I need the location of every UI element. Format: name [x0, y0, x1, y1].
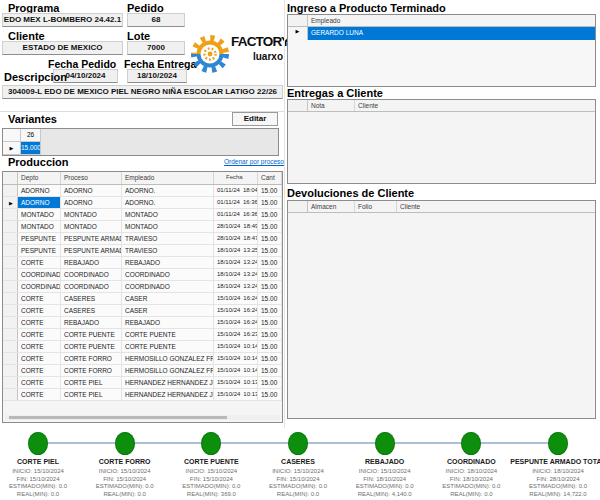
- row-selector-cell[interactable]: [3, 221, 18, 232]
- produccion-cell[interactable]: 15.00: [258, 221, 282, 232]
- produccion-cell[interactable]: COORDINADO: [122, 269, 214, 280]
- produccion-cell[interactable]: 01/11/24 18:04: [214, 185, 258, 196]
- variantes-row-selector[interactable]: ▶: [3, 142, 21, 155]
- column-header-cant[interactable]: Cant: [258, 172, 282, 184]
- pedido-field[interactable]: 68: [127, 13, 185, 27]
- row-selector-cell[interactable]: [3, 209, 18, 220]
- produccion-cell[interactable]: CASER: [122, 293, 214, 304]
- produccion-cell[interactable]: PESPUNTE: [18, 245, 61, 256]
- row-selector-cell[interactable]: [3, 305, 18, 316]
- ingreso-row[interactable]: ▶GERARDO LUNA: [288, 27, 595, 40]
- produccion-row[interactable]: COORDINADOCOORDINADOCOORDINADO18/10/24 1…: [3, 269, 282, 281]
- row-selector-cell[interactable]: [3, 353, 18, 364]
- produccion-cell[interactable]: 15/10/24 10:14: [214, 341, 258, 352]
- produccion-cell[interactable]: ADORNO: [61, 185, 122, 196]
- produccion-row[interactable]: CORTECORTE PIELHERNANDEZ HERNANDEZ JOSE …: [3, 377, 282, 389]
- produccion-cell[interactable]: CORTE: [18, 293, 61, 304]
- produccion-cell[interactable]: CORTE: [18, 257, 61, 268]
- produccion-cell[interactable]: 01/11/24 16:36: [214, 209, 258, 220]
- produccion-cell[interactable]: CORTE: [18, 353, 61, 364]
- produccion-cell[interactable]: 01/11/24 16:36: [214, 197, 258, 208]
- produccion-cell[interactable]: 15.00: [258, 317, 282, 328]
- lote-field[interactable]: 7000: [127, 41, 185, 55]
- produccion-cell[interactable]: COORDINADO: [61, 269, 122, 280]
- produccion-cell[interactable]: ADORNO.: [122, 185, 214, 196]
- devoluciones-grid[interactable]: Almacen Folio Cliente: [287, 200, 596, 419]
- produccion-cell[interactable]: 15.00: [258, 233, 282, 244]
- column-header-proceso[interactable]: Proceso: [61, 172, 122, 184]
- produccion-row[interactable]: CORTECORTE FORROHERMOSILLO GONZALEZ FRAN…: [3, 353, 282, 365]
- produccion-cell[interactable]: CORTE: [18, 365, 61, 376]
- produccion-cell[interactable]: 28/10/24 18:47: [214, 233, 258, 244]
- produccion-row[interactable]: CORTECORTE PIELHERNANDEZ HERNANDEZ JOSE …: [3, 389, 282, 401]
- produccion-cell[interactable]: 15/10/24 10:13: [214, 377, 258, 388]
- produccion-cell[interactable]: MONTADO: [18, 221, 61, 232]
- produccion-cell[interactable]: 15.00: [258, 341, 282, 352]
- row-selector-cell[interactable]: [3, 185, 18, 196]
- produccion-cell[interactable]: PESPUNTE ARMADO TOTAL: [61, 233, 122, 244]
- produccion-row[interactable]: ▶ADORNOADORNOADORNO.01/11/24 16:3615.00: [3, 197, 282, 209]
- produccion-cell[interactable]: 15.00: [258, 197, 282, 208]
- produccion-row[interactable]: MONTADOMONTADOMONTADO28/10/24 18:4915.00: [3, 221, 282, 233]
- row-selector-cell[interactable]: ▶: [3, 197, 18, 208]
- row-selector-cell[interactable]: [3, 257, 18, 268]
- produccion-cell[interactable]: CORTE: [18, 317, 61, 328]
- produccion-row[interactable]: CORTEREBAJADOREBAJADO15/10/24 16:2415.00: [3, 317, 282, 329]
- row-selector-cell[interactable]: [3, 341, 18, 352]
- row-selector-cell[interactable]: [3, 281, 18, 292]
- column-header-folio[interactable]: Folio: [355, 201, 397, 212]
- produccion-cell[interactable]: ADORNO: [18, 185, 61, 196]
- produccion-row[interactable]: CORTECASERESCASER15/10/24 16:2415.00: [3, 305, 282, 317]
- produccion-row[interactable]: PESPUNTEPESPUNTE ARMADO TOTALTRAVIESO28/…: [3, 233, 282, 245]
- produccion-cell[interactable]: 15/10/24 10:14: [214, 353, 258, 364]
- produccion-row[interactable]: CORTECORTE PUENTECORTE PUENTE15/10/24 10…: [3, 341, 282, 353]
- row-selector-cell[interactable]: [3, 329, 18, 340]
- produccion-cell[interactable]: 18/10/24 13:24: [214, 269, 258, 280]
- programa-field[interactable]: EDO MEX L-BOMBERO 24.42.1: [2, 13, 123, 27]
- produccion-cell[interactable]: PESPUNTE ARMADO TOTAL: [61, 245, 122, 256]
- produccion-row[interactable]: CORTEREBAJADOREBAJADO18/10/24 13:2415.00: [3, 257, 282, 269]
- column-header-nota[interactable]: Nota: [308, 100, 355, 111]
- row-selector-cell[interactable]: [3, 317, 18, 328]
- produccion-row[interactable]: MONTADOMONTADOMONTADO01/11/24 16:3615.00: [3, 209, 282, 221]
- cliente-field[interactable]: ESTADO DE MEXICO: [2, 41, 123, 55]
- row-selector-cell[interactable]: [3, 233, 18, 244]
- row-selector-cell[interactable]: [3, 245, 18, 256]
- produccion-cell[interactable]: 15.00: [258, 377, 282, 388]
- row-selector-cell[interactable]: [3, 377, 18, 388]
- row-selector-cell[interactable]: [3, 293, 18, 304]
- ingreso-grid[interactable]: Empleado ▶GERARDO LUNA: [287, 14, 596, 87]
- produccion-cell[interactable]: CASERES: [61, 305, 122, 316]
- entregas-grid[interactable]: Nota Cliente: [287, 99, 596, 184]
- produccion-cell[interactable]: 15.00: [258, 305, 282, 316]
- produccion-row[interactable]: CORTECORTE PUENTECORTE PUENTE15/10/24 16…: [3, 329, 282, 341]
- produccion-cell[interactable]: CORTE FORRO: [61, 365, 122, 376]
- produccion-hscrollbar[interactable]: [5, 415, 280, 420]
- column-header-cliente-entrega[interactable]: Cliente: [355, 100, 595, 111]
- produccion-cell[interactable]: 18/10/24 13:24: [214, 281, 258, 292]
- produccion-cell[interactable]: CORTE PUENTE: [122, 341, 214, 352]
- column-header-almacen[interactable]: Almacen: [308, 201, 355, 212]
- produccion-cell[interactable]: CORTE: [18, 341, 61, 352]
- produccion-cell[interactable]: 15/10/24 10:13: [214, 389, 258, 400]
- produccion-cell[interactable]: CASER: [122, 305, 214, 316]
- produccion-cell[interactable]: 15.00: [258, 365, 282, 376]
- produccion-cell[interactable]: CORTE PUENTE: [61, 329, 122, 340]
- row-selector-cell[interactable]: [3, 269, 18, 280]
- editar-button[interactable]: Editar: [232, 112, 278, 126]
- ordenar-por-proceso-link[interactable]: Ordenar por proceso: [224, 158, 284, 165]
- produccion-row[interactable]: COORDINADOCOORDINADOCOORDINADO18/10/24 1…: [3, 281, 282, 293]
- produccion-cell[interactable]: 15/10/24 16:24: [214, 317, 258, 328]
- produccion-cell[interactable]: REBAJADO: [122, 257, 214, 268]
- produccion-cell[interactable]: 15.00: [258, 281, 282, 292]
- produccion-cell[interactable]: HERMOSILLO GONZALEZ FRANCISCO JAVIER: [122, 365, 214, 376]
- produccion-cell[interactable]: 15.00: [258, 293, 282, 304]
- produccion-cell[interactable]: MONTADO: [122, 209, 214, 220]
- produccion-cell[interactable]: ADORNO: [18, 197, 61, 208]
- produccion-cell[interactable]: ADORNO.: [122, 197, 214, 208]
- produccion-row[interactable]: PESPUNTEPESPUNTE ARMADO TOTALTRAVIESO18/…: [3, 245, 282, 257]
- produccion-cell[interactable]: 15/10/24 16:24: [214, 293, 258, 304]
- produccion-cell[interactable]: CORTE FORRO: [61, 353, 122, 364]
- row-selector-cell[interactable]: ▶: [288, 27, 308, 40]
- produccion-cell[interactable]: 15.00: [258, 353, 282, 364]
